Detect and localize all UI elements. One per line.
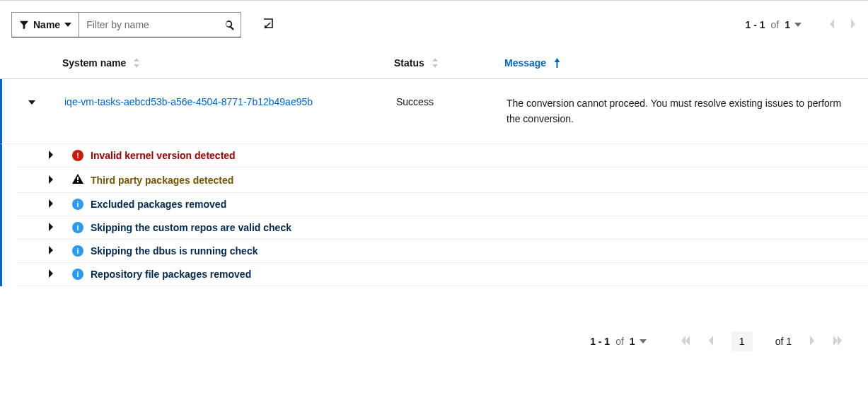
issue-title: Skipping the dbus is running check (91, 245, 257, 257)
search-button[interactable] (217, 20, 242, 30)
double-chevron-left-icon (681, 336, 690, 346)
chevron-right-icon (47, 199, 54, 208)
issue-row: !Invalid kernel version detected (17, 144, 868, 168)
export-icon (262, 18, 275, 30)
sort-icon (133, 58, 140, 68)
issue-toggle[interactable] (47, 269, 54, 280)
pagination-total: 1 (630, 336, 635, 347)
issue-title: Invalid kernel version detected (91, 150, 236, 161)
column-header-system[interactable]: System name (62, 57, 394, 69)
prev-page-button[interactable] (707, 336, 714, 348)
column-header-label: Message (504, 57, 546, 69)
issue-title: Excluded packages removed (91, 199, 226, 210)
next-page-button[interactable] (809, 336, 816, 348)
chevron-right-icon (47, 223, 54, 231)
issue-toggle[interactable] (47, 199, 54, 210)
chevron-left-icon (707, 336, 714, 346)
sort-asc-icon (553, 58, 561, 68)
pagination-total: 1 (785, 19, 790, 30)
export-button[interactable] (262, 18, 275, 33)
chevron-right-icon (809, 336, 816, 346)
filter-attribute-dropdown[interactable]: Name (12, 13, 79, 37)
caret-down-icon (64, 21, 71, 28)
caret-down-icon (794, 21, 802, 28)
error-icon: ! (72, 150, 83, 161)
issue-toggle[interactable] (47, 245, 54, 257)
issue-row: iSkipping the custom repos are valid che… (17, 216, 868, 240)
page-of-label: of 1 (775, 336, 792, 347)
next-page-button[interactable] (850, 19, 857, 31)
issue-row: iExcluded packages removed (17, 193, 868, 216)
status-text: Success (396, 96, 434, 107)
issue-toggle[interactable] (47, 150, 54, 161)
search-input[interactable] (79, 19, 217, 30)
first-page-button[interactable] (681, 336, 690, 348)
results-table: System name Status Message iqe-vm-tasks-… (0, 49, 868, 286)
info-icon: i (72, 199, 83, 210)
pagination-range: 1 - 1 (590, 336, 610, 347)
page-number-input[interactable] (731, 331, 753, 351)
column-header-label: Status (394, 57, 424, 69)
table-row: iqe-vm-tasks-aebcd53b-a56e-4504-8771-7b1… (0, 79, 868, 144)
chevron-right-icon (850, 19, 857, 29)
issue-row: Third party packages detected (17, 168, 868, 193)
system-link[interactable]: iqe-vm-tasks-aebcd53b-a56e-4504-8771-7b1… (64, 96, 313, 107)
issue-title: Repository file packages removed (91, 269, 251, 280)
filter-group: Name (11, 12, 241, 37)
column-header-status[interactable]: Status (394, 57, 504, 69)
prev-page-button[interactable] (828, 19, 835, 31)
info-icon: i (72, 222, 83, 233)
sort-icon (432, 58, 439, 68)
issue-row: iRepository file packages removed (17, 263, 868, 286)
filter-label: Name (33, 19, 60, 30)
filter-icon (19, 20, 29, 30)
caret-down-icon (640, 338, 647, 345)
chevron-right-icon (47, 269, 54, 278)
toolbar: Name 1 - 1 of 1 (0, 0, 868, 49)
double-chevron-right-icon (833, 336, 843, 346)
column-header-label: System name (62, 57, 126, 69)
pagination-of-label: of (771, 19, 780, 30)
pagination-bottom: 1 - 1 of 1 of 1 (0, 315, 868, 368)
issue-toggle[interactable] (47, 222, 54, 233)
pagination-of-label: of (615, 336, 624, 347)
issue-row: iSkipping the dbus is running check (17, 240, 868, 263)
table-header: System name Status Message (0, 49, 868, 79)
issues-list: !Invalid kernel version detectedThird pa… (0, 144, 868, 286)
issue-title: Third party packages detected (91, 175, 233, 186)
search-icon (224, 20, 235, 30)
chevron-right-icon (47, 246, 54, 254)
chevron-down-icon (28, 98, 36, 107)
warning-icon (72, 173, 83, 187)
info-icon: i (72, 269, 83, 280)
issue-title: Skipping the custom repos are valid chec… (91, 222, 291, 233)
column-header-message[interactable]: Message (504, 57, 868, 69)
pagination-dropdown[interactable]: 1 - 1 of 1 (590, 336, 647, 347)
chevron-right-icon (47, 175, 54, 184)
issue-toggle[interactable] (47, 175, 54, 186)
pagination-dropdown[interactable]: 1 - 1 of 1 (746, 19, 802, 30)
message-text: The conversion cannot proceed. You must … (507, 98, 841, 124)
pagination-range: 1 - 1 (746, 19, 765, 30)
pagination-top: 1 - 1 of 1 (746, 19, 857, 31)
chevron-left-icon (828, 19, 835, 29)
last-page-button[interactable] (833, 336, 843, 348)
row-toggle[interactable] (28, 98, 36, 109)
info-icon: i (72, 245, 83, 257)
filter-input-wrap (79, 13, 241, 37)
chevron-right-icon (47, 151, 54, 159)
